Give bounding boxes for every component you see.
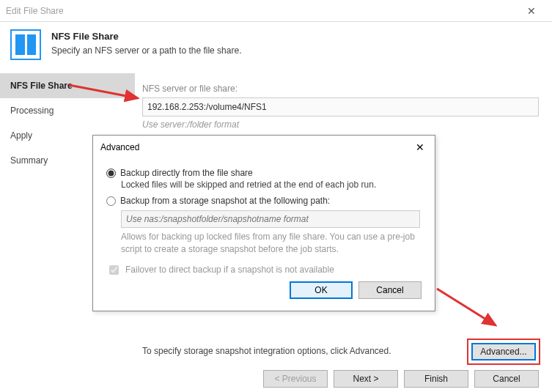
next-button[interactable]: Next > [334,370,398,388]
failover-checkbox [109,265,119,275]
previous-button: < Previous [263,370,328,388]
window-titlebar: Edit File Share ✕ [0,0,552,22]
sidebar-item-processing[interactable]: Processing [0,98,135,123]
advanced-ok-button[interactable]: OK [290,281,353,299]
window-title: Edit File Share [6,6,517,16]
wizard-footer: < Previous Next > Finish Cancel [0,362,552,392]
sidebar-item-nfs-file-share[interactable]: NFS File Share [0,73,135,98]
advanced-dialog-title: Advanced [100,142,413,152]
radio-backup-snapshot-label: Backup from a storage snapshot at the fo… [120,196,330,206]
header-title: NFS File Share [51,29,241,44]
advanced-close-icon[interactable]: ✕ [413,141,427,153]
radio-backup-snapshot[interactable] [106,196,116,206]
snapshot-path-hint: Allows for backing up locked files from … [121,231,422,256]
finish-button[interactable]: Finish [404,370,468,388]
cancel-button[interactable]: Cancel [474,370,539,388]
dialog-header: NFS File Share Specify an NFS server or … [0,22,552,73]
path-field-label: NFS server or file share: [142,84,539,94]
radio-backup-direct[interactable] [106,169,116,178]
close-icon[interactable]: ✕ [517,5,546,17]
nfs-path-input[interactable] [142,97,539,117]
radio-backup-direct-label: Backup directly from the file share [120,168,253,178]
path-format-hint: Use server:/folder format [142,119,539,130]
annotation-highlight-advanced: Advanced... [467,339,540,365]
snapshot-hint-text: To specify storage snapshot integration … [142,346,391,356]
advanced-cancel-button[interactable]: Cancel [358,281,422,299]
radio-backup-direct-desc: Locked files will be skipped and retried… [121,180,422,190]
snapshot-path-input [121,210,420,228]
failover-checkbox-label: Failover to direct backup if a snapshot … [125,265,334,275]
header-subtitle: Specify an NFS server or a path to the f… [51,44,241,57]
advanced-dialog: Advanced ✕ Backup directly from the file… [92,135,435,311]
advanced-button[interactable]: Advanced... [471,343,536,360]
nfs-share-icon [10,29,41,60]
